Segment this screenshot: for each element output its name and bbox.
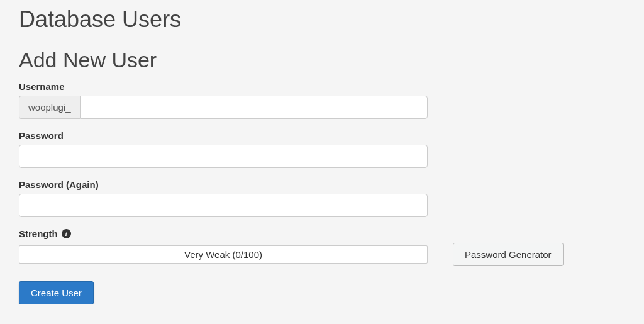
strength-label: Strength	[19, 228, 58, 239]
page-title: Database Users	[19, 6, 625, 33]
password-generator-button[interactable]: Password Generator	[453, 243, 564, 266]
password-label: Password	[19, 130, 625, 141]
password-field[interactable]	[19, 145, 428, 168]
username-field[interactable]	[80, 96, 428, 119]
username-label: Username	[19, 81, 625, 92]
strength-indicator: Very Weak (0/100)	[19, 245, 428, 264]
create-user-button[interactable]: Create User	[19, 281, 94, 304]
username-prefix: wooplugi_	[19, 96, 80, 119]
password-again-field[interactable]	[19, 194, 428, 217]
info-icon[interactable]: i	[62, 229, 71, 238]
section-title: Add New User	[19, 48, 625, 72]
password-again-label: Password (Again)	[19, 179, 625, 190]
